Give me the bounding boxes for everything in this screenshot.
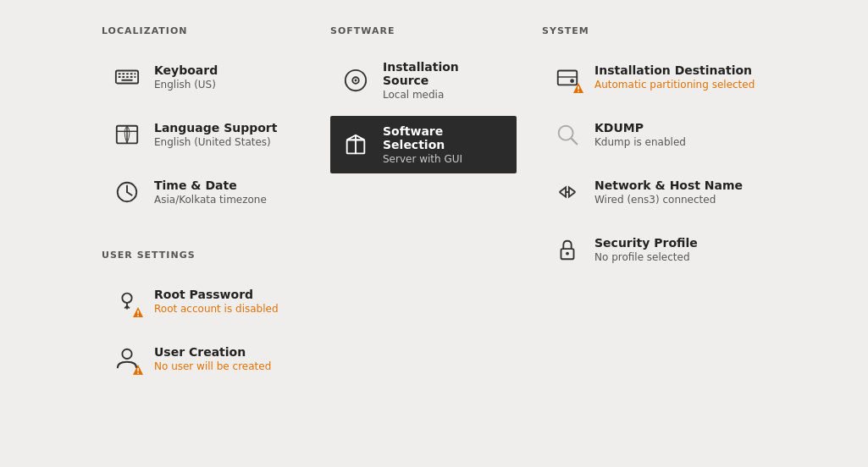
- installation-source-title: Installation Source: [383, 60, 506, 87]
- software-selection-text: Software Selection Server with GUI: [383, 124, 506, 165]
- localization-title: LOCALIZATION: [102, 25, 305, 36]
- clock-icon: [112, 177, 142, 207]
- network-hostname-item[interactable]: Network & Host Name Wired (ens3) connect…: [542, 167, 766, 217]
- svg-line-17: [127, 192, 132, 195]
- language-text: Language Support English (United States): [154, 121, 277, 148]
- svg-rect-11: [121, 80, 132, 81]
- user-creation-icon: !: [112, 343, 142, 374]
- svg-rect-8: [126, 76, 129, 78]
- svg-point-24: [122, 349, 131, 359]
- package-icon: [340, 129, 371, 160]
- svg-text:!: !: [136, 368, 140, 376]
- installation-destination-text: Installation Destination Automatic parti…: [594, 63, 755, 91]
- kdump-title: KDUMP: [594, 121, 686, 135]
- keyboard-item[interactable]: Keyboard English (US): [102, 52, 305, 102]
- svg-rect-2: [122, 73, 124, 74]
- security-profile-item[interactable]: Security Profile No profile selected: [542, 224, 766, 275]
- installation-destination-title: Installation Destination: [594, 63, 755, 77]
- disc-icon: [340, 65, 371, 96]
- root-password-subtitle: Root account is disabled: [154, 303, 279, 315]
- software-selection-title: Software Selection: [383, 124, 506, 151]
- software-title: SOFTWARE: [330, 25, 517, 36]
- svg-rect-4: [130, 73, 133, 74]
- security-profile-subtitle: No profile selected: [594, 251, 698, 263]
- svg-rect-9: [130, 76, 133, 78]
- network-hostname-title: Network & Host Name: [594, 179, 743, 192]
- svg-line-39: [572, 139, 578, 145]
- installation-destination-subtitle: Automatic partitioning selected: [594, 79, 755, 91]
- root-password-item[interactable]: ! Root Password Root account is disabled: [102, 276, 305, 327]
- time-date-subtitle: Asia/Kolkata timezone: [154, 194, 267, 206]
- svg-point-18: [122, 294, 131, 303]
- keyboard-subtitle: English (US): [154, 79, 218, 91]
- svg-point-42: [566, 252, 569, 255]
- user-creation-text: User Creation No user will be created: [154, 345, 271, 372]
- svg-rect-6: [119, 76, 121, 78]
- root-password-icon: !: [112, 286, 142, 316]
- svg-rect-1: [119, 73, 121, 74]
- svg-point-29: [355, 80, 357, 82]
- time-date-item[interactable]: Time & Date Asia/Kolkata timezone: [102, 167, 305, 217]
- system-title: SYSTEM: [542, 25, 766, 36]
- keyboard-icon: [112, 62, 142, 92]
- kdump-item[interactable]: KDUMP Kdump is enabled: [542, 109, 766, 160]
- lock-icon: [552, 234, 583, 265]
- installation-source-text: Installation Source Local media: [383, 60, 506, 101]
- search-icon: [552, 119, 583, 150]
- keyboard-title: Keyboard: [154, 63, 218, 77]
- svg-text:!: !: [136, 310, 140, 318]
- security-profile-text: Security Profile No profile selected: [594, 236, 698, 263]
- time-date-title: Time & Date: [154, 179, 267, 192]
- software-selection-item[interactable]: Software Selection Server with GUI: [330, 116, 517, 173]
- network-hostname-text: Network & Host Name Wired (ens3) connect…: [594, 179, 743, 206]
- language-icon: [112, 119, 142, 150]
- user-creation-item[interactable]: ! User Creation No user will be created: [102, 333, 305, 384]
- installation-destination-item[interactable]: ! Installation Destination Automatic par…: [542, 52, 766, 102]
- installation-source-subtitle: Local media: [383, 89, 506, 101]
- user-creation-title: User Creation: [154, 345, 271, 359]
- network-icon: [552, 177, 583, 207]
- user-creation-subtitle: No user will be created: [154, 360, 271, 372]
- kdump-subtitle: Kdump is enabled: [594, 136, 686, 148]
- svg-rect-10: [134, 76, 135, 78]
- language-subtitle: English (United States): [154, 136, 277, 148]
- security-profile-title: Security Profile: [594, 236, 698, 250]
- root-password-text: Root Password Root account is disabled: [154, 288, 279, 315]
- drive-icon: !: [552, 62, 583, 92]
- root-password-title: Root Password: [154, 288, 279, 301]
- svg-rect-5: [134, 73, 135, 74]
- kdump-text: KDUMP Kdump is enabled: [594, 121, 686, 148]
- user-settings-title: USER SETTINGS: [102, 250, 305, 261]
- svg-text:!: !: [577, 86, 580, 94]
- language-support-item[interactable]: Language Support English (United States): [102, 109, 305, 160]
- time-date-text: Time & Date Asia/Kolkata timezone: [154, 179, 267, 206]
- svg-rect-3: [126, 73, 129, 74]
- installation-source-item[interactable]: Installation Source Local media: [330, 52, 517, 109]
- software-selection-subtitle: Server with GUI: [383, 153, 506, 165]
- svg-rect-7: [122, 76, 124, 78]
- keyboard-text: Keyboard English (US): [154, 63, 218, 91]
- language-title: Language Support: [154, 121, 277, 135]
- network-hostname-subtitle: Wired (ens3) connected: [594, 194, 743, 206]
